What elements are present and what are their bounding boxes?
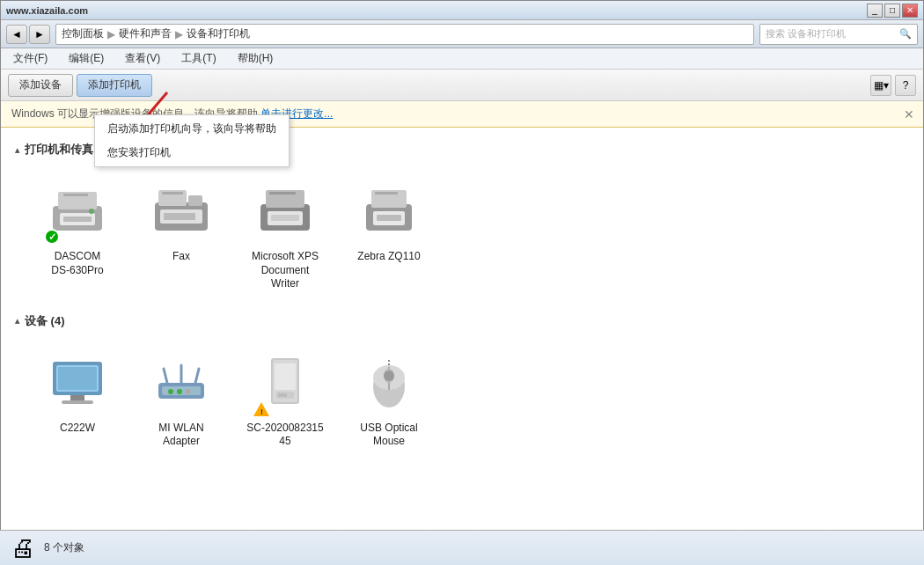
nav-buttons: ◄ ► <box>6 25 50 44</box>
fax-label: Fax <box>172 250 190 264</box>
window-controls[interactable]: _ □ ✕ <box>867 4 918 18</box>
breadcrumb-item-1[interactable]: 控制面板 <box>62 26 104 41</box>
xps-printer-icon <box>253 180 317 243</box>
add-device-button[interactable]: 添加设备 <box>8 74 73 97</box>
main-content: ▴ 打印机和传真 (4) ✓ DASCOMDS-630Pro <box>1 128 923 527</box>
fax-icon <box>150 180 213 243</box>
device-item-fax[interactable]: Fax <box>133 168 230 299</box>
menu-view[interactable]: 查看(V) <box>120 49 165 68</box>
svg-rect-39 <box>275 363 296 390</box>
sc2020-label: SC-202008231545 <box>246 422 323 449</box>
tooltip-item-2[interactable]: 您安装打印机 <box>95 141 289 165</box>
svg-rect-27 <box>62 400 93 404</box>
svg-rect-18 <box>269 192 296 194</box>
maximize-button[interactable]: □ <box>884 4 900 18</box>
svg-rect-41 <box>278 393 287 397</box>
usb-mouse-label: USB OpticalMouse <box>360 422 417 449</box>
devices-grid: C222W MI WLANAdapter <box>15 340 909 457</box>
zebra-printer-icon <box>357 180 421 243</box>
breadcrumb-sep-2: ▶ <box>175 28 183 40</box>
breadcrumb-sep-1: ▶ <box>107 28 115 40</box>
svg-rect-11 <box>164 213 195 220</box>
mi-wlan-label: MI WLANAdapter <box>158 422 203 449</box>
device-icon-mouse <box>354 348 424 418</box>
status-ok-dascom: ✓ <box>44 229 60 245</box>
forward-button[interactable]: ► <box>29 25 50 44</box>
search-bar[interactable]: 搜索 设备和打印机 🔍 <box>759 24 918 45</box>
c222w-label: C222W <box>60 422 95 436</box>
device-item-mi-wlan[interactable]: MI WLANAdapter <box>133 340 230 457</box>
svg-point-6 <box>89 209 94 214</box>
xps-label: Microsoft XPSDocumentWriter <box>252 250 319 291</box>
svg-rect-17 <box>271 215 299 221</box>
menu-tools[interactable]: 工具(T) <box>176 49 221 68</box>
menu-edit[interactable]: 编辑(E) <box>63 49 109 68</box>
toolbar-right: ▦▾ ? <box>870 75 916 96</box>
close-button[interactable]: ✕ <box>902 4 918 18</box>
device-item-xps[interactable]: Microsoft XPSDocumentWriter <box>237 168 334 299</box>
zebra-label: Zebra ZQ110 <box>357 250 420 264</box>
svg-rect-22 <box>377 215 401 221</box>
device-icon-xps <box>250 176 320 246</box>
help-button[interactable]: ? <box>895 75 916 96</box>
svg-rect-26 <box>70 395 84 400</box>
search-icon: 🔍 <box>899 28 912 40</box>
svg-rect-7 <box>63 194 88 196</box>
device-icon-dascom: ✓ <box>42 176 113 246</box>
device-item-usb-mouse[interactable]: USB OpticalMouse <box>341 340 437 457</box>
dascom-label: DASCOMDS-630Pro <box>51 250 103 277</box>
view-options-button[interactable]: ▦▾ <box>870 75 891 96</box>
devices-section-header: ▴ 设备 (4) <box>15 313 909 329</box>
device-item-c222w[interactable]: C222W <box>29 340 126 457</box>
breadcrumb[interactable]: 控制面板 ▶ 硬件和声音 ▶ 设备和打印机 <box>55 24 754 45</box>
device-icon-monitor <box>42 348 113 418</box>
devices-collapse-arrow[interactable]: ▴ <box>15 316 19 326</box>
svg-point-36 <box>186 389 191 394</box>
svg-rect-5 <box>63 216 92 222</box>
menu-file[interactable]: 文件(F) <box>8 49 53 68</box>
svg-rect-13 <box>162 192 183 194</box>
menu-bar: 文件(F) 编辑(E) 查看(V) 工具(T) 帮助(H) <box>1 48 923 70</box>
device-item-sc2020[interactable]: ! SC-202008231545 <box>237 340 334 457</box>
warning-exclamation: ! <box>260 407 263 416</box>
router-icon <box>150 351 213 415</box>
device-icon-zebra <box>354 176 424 246</box>
printers-grid: ✓ DASCOMDS-630Pro Fax <box>15 168 909 299</box>
device-item-dascom[interactable]: ✓ DASCOMDS-630Pro <box>29 168 126 299</box>
svg-rect-23 <box>375 192 398 194</box>
printers-collapse-arrow[interactable]: ▴ <box>15 145 19 155</box>
device-icon-router <box>146 348 216 418</box>
svg-rect-28 <box>58 367 97 390</box>
breadcrumb-item-3[interactable]: 设备和打印机 <box>187 26 250 41</box>
status-text: 8 个对象 <box>44 540 84 555</box>
status-icon: 🖨 <box>11 533 35 562</box>
address-bar: ◄ ► 控制面板 ▶ 硬件和声音 ▶ 设备和打印机 搜索 设备和打印机 🔍 <box>1 20 923 48</box>
tooltip-item-1[interactable]: 启动添加打印机向导，该向导将帮助 <box>95 117 289 141</box>
device-icon-fax <box>146 176 216 246</box>
back-button[interactable]: ◄ <box>6 25 27 44</box>
minimize-button[interactable]: _ <box>867 4 883 18</box>
status-bar: 🖨 8 个对象 <box>0 530 924 565</box>
svg-line-33 <box>195 369 199 383</box>
toolbar: 添加设备 添加打印机 ▦▾ ? <box>1 70 923 101</box>
menu-help[interactable]: 帮助(H) <box>232 49 279 68</box>
search-placeholder: 搜索 设备和打印机 <box>766 27 846 40</box>
notification-close-button[interactable]: ✕ <box>904 107 914 121</box>
tooltip-menu: 启动添加打印机向导，该向导将帮助 您安装打印机 <box>94 114 290 167</box>
add-printer-button[interactable]: 添加打印机 <box>77 74 152 97</box>
device-icon-storage: ! <box>250 348 320 418</box>
title-bar: www.xiazaila.com _ □ ✕ <box>1 1 923 20</box>
breadcrumb-item-2[interactable]: 硬件和声音 <box>119 26 172 41</box>
svg-rect-46 <box>384 371 394 381</box>
title-logo: www.xiazaila.com <box>6 5 867 16</box>
devices-section-title: 设备 (4) <box>25 313 65 329</box>
svg-point-35 <box>177 389 182 394</box>
monitor-icon <box>46 351 109 415</box>
mouse-icon <box>357 351 421 415</box>
svg-point-34 <box>168 389 173 394</box>
svg-line-31 <box>164 369 167 383</box>
device-item-zebra[interactable]: Zebra ZQ110 <box>341 168 437 299</box>
svg-rect-12 <box>188 195 202 206</box>
